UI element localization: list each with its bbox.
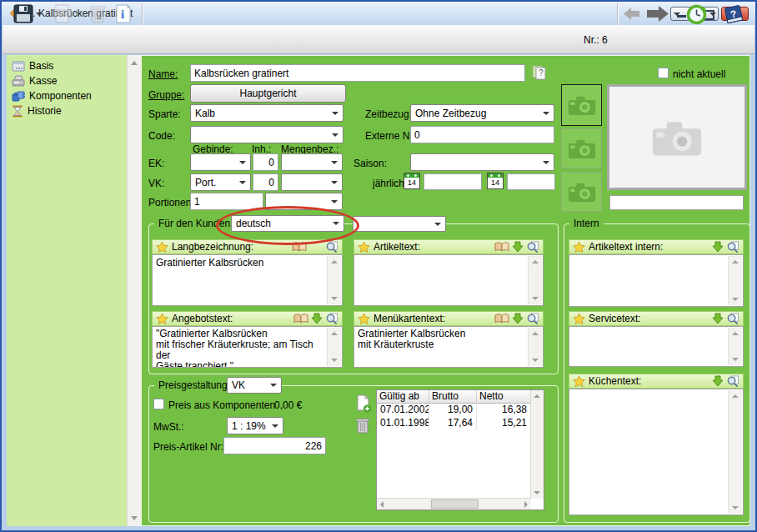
servicetext-text[interactable] (569, 326, 744, 367)
name-input[interactable] (190, 64, 525, 82)
preis-group-title: Preisgestaltung (154, 379, 232, 391)
ek-gebinde-select[interactable] (190, 153, 251, 171)
textarea-scrollbar[interactable] (728, 256, 742, 305)
language-select-secondary[interactable] (353, 216, 446, 232)
history-dropdown[interactable] (709, 13, 716, 16)
jaehrlich-from-input[interactable] (424, 173, 482, 190)
price-mode-select[interactable]: VK (227, 377, 282, 394)
star-icon[interactable] (156, 241, 168, 253)
sidebar-item-kasse[interactable]: Kasse (7, 73, 127, 88)
saison-select[interactable] (410, 153, 554, 171)
angebotstext-text[interactable]: "Gratinierter Kalbsrücken mit frischer K… (152, 326, 343, 368)
textarea-scrollbar[interactable] (728, 328, 742, 365)
sparte-select[interactable]: Kalb (190, 104, 343, 122)
price-article-input[interactable] (223, 437, 326, 454)
application-window: Art. Kalbsrücken gratinert i Nr.: 6 ? Ba… (0, 0, 757, 532)
nav-dropdown[interactable] (674, 13, 680, 16)
toolbar (3, 25, 754, 54)
book-icon[interactable] (293, 313, 308, 324)
photo-thumbnail-1[interactable] (561, 84, 602, 126)
textarea-scrollbar[interactable] (728, 390, 742, 514)
star-icon[interactable] (358, 241, 370, 253)
textarea-scrollbar[interactable] (528, 328, 542, 366)
price-row[interactable]: 01.01.1998 17,64 15,21 (377, 417, 544, 430)
green-down-arrow-icon[interactable] (713, 313, 723, 324)
sidebar-item-komponenten[interactable]: Komponenten (7, 88, 127, 103)
star-icon[interactable] (358, 313, 370, 324)
sidebar-scrollbar[interactable] (127, 55, 142, 526)
magnifier-icon[interactable] (726, 241, 739, 253)
calendar-button-from[interactable]: 14 (404, 173, 420, 189)
zeitbezug-select[interactable]: Ohne Zeitbezug (410, 104, 554, 122)
save-dropdown[interactable] (36, 13, 43, 16)
artikeltext-intern-label: Artikeltext intern: (589, 241, 663, 253)
photo-thumbnail-2[interactable] (561, 128, 602, 168)
textarea-scrollbar[interactable] (327, 328, 341, 366)
externe-nr-input[interactable] (410, 126, 554, 143)
scrollbar-thumb[interactable] (431, 499, 479, 509)
save-button[interactable] (13, 4, 33, 23)
book-icon[interactable] (494, 313, 509, 324)
price-components-checkbox[interactable] (153, 399, 164, 409)
magnifier-icon[interactable] (325, 241, 338, 253)
green-down-arrow-icon[interactable] (713, 375, 723, 387)
price-table-hscrollbar[interactable] (377, 498, 531, 509)
book-icon[interactable] (494, 241, 509, 253)
sidebar-item-historie[interactable]: Historie (7, 103, 127, 118)
history-clock-icon (686, 4, 707, 25)
menuekartentext-text[interactable]: Gratinierter Kalbsrücken mit Kräuterkrus… (353, 326, 544, 368)
gruppe-button-label: Hauptgericht (239, 88, 296, 99)
star-icon[interactable] (573, 241, 585, 253)
vk-gebinde-select[interactable]: Port. (190, 173, 251, 191)
photo-preview[interactable] (607, 84, 747, 190)
green-down-arrow-icon[interactable] (513, 241, 523, 253)
add-price-button[interactable] (356, 394, 372, 415)
print-button (52, 4, 73, 23)
magnifier-icon[interactable] (526, 313, 539, 325)
kuechentext-text[interactable] (569, 389, 744, 515)
ek-inh-input[interactable] (253, 153, 278, 171)
portionen-input[interactable] (190, 193, 263, 210)
price-row[interactable]: 07.01.2002 19,00 16,38 (377, 404, 544, 417)
green-down-arrow-icon[interactable] (513, 313, 523, 324)
sidebar-item-basis[interactable]: Basis (7, 58, 127, 73)
chevron-down-icon (332, 133, 338, 137)
green-down-arrow-icon[interactable] (312, 313, 322, 324)
name-help-icon[interactable]: ? (531, 64, 548, 83)
nav-back-button[interactable] (624, 8, 640, 20)
nav-forward-button[interactable] (647, 6, 669, 22)
artikeltext-text[interactable] (353, 254, 544, 306)
mwst-select[interactable]: 1 : 19% (227, 417, 283, 434)
photo-thumbnail-3[interactable] (561, 172, 602, 212)
vk-inh-input[interactable] (253, 173, 278, 191)
artikeltext-intern-text[interactable] (569, 254, 744, 307)
textarea-scrollbar[interactable] (528, 256, 542, 304)
jaehrlich-to-input[interactable] (507, 173, 555, 190)
magnifier-icon[interactable] (726, 375, 739, 388)
green-down-arrow-icon[interactable] (713, 241, 723, 253)
gruppe-button[interactable]: Hauptgericht (190, 84, 346, 103)
nicht-aktuell-checkbox[interactable] (658, 68, 669, 78)
help-button[interactable]: ? (724, 4, 744, 24)
star-icon[interactable] (156, 313, 168, 324)
sparte-value: Kalb (195, 108, 215, 119)
langbezeichnung-text[interactable]: Gratinierter Kalbsrücken (152, 254, 343, 306)
star-icon[interactable] (573, 313, 585, 324)
code-select[interactable] (190, 126, 343, 143)
vk-mengenbez-select[interactable] (281, 173, 343, 191)
calendar-button-to[interactable]: 14 (487, 173, 504, 189)
price-table-vscrollbar[interactable] (530, 390, 544, 499)
history-button[interactable] (686, 4, 707, 25)
textarea-scrollbar[interactable] (327, 256, 341, 304)
ek-mengenbez-select[interactable] (281, 153, 343, 171)
info-button[interactable]: i (115, 4, 132, 23)
magnifier-icon[interactable] (325, 313, 338, 325)
delete-price-button[interactable] (355, 417, 370, 436)
photo-caption-input[interactable] (609, 195, 744, 210)
record-number: Nr.: 6 (584, 34, 608, 46)
menuekartentext-label: Menükartentext: (373, 313, 445, 324)
magnifier-icon[interactable] (726, 313, 739, 325)
cell-netto: 16,38 (477, 404, 531, 417)
magnifier-icon[interactable] (526, 241, 539, 253)
star-icon[interactable] (573, 375, 585, 387)
